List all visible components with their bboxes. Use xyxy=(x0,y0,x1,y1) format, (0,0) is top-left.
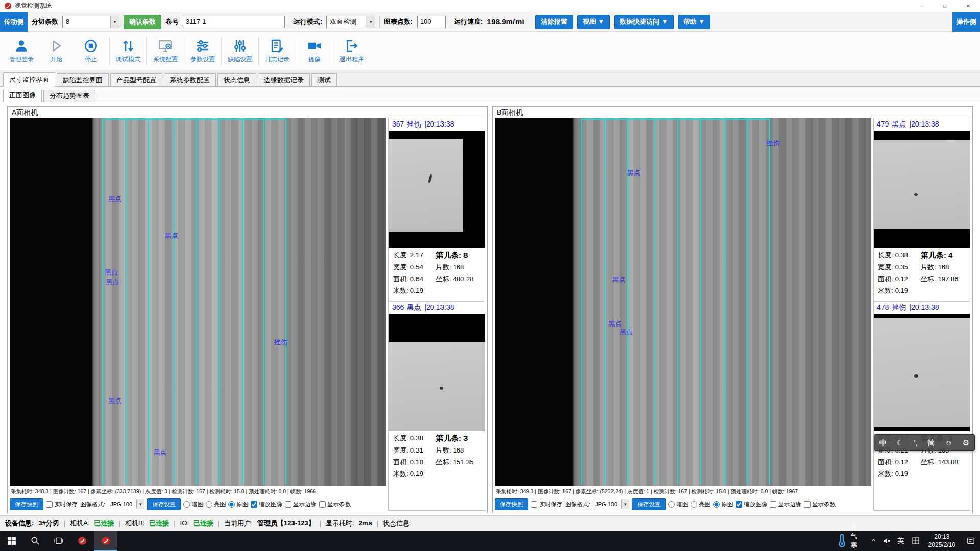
stop-button[interactable]: 停止 xyxy=(74,34,108,68)
realtime-save-checkbox-input[interactable] xyxy=(46,501,53,508)
dark-image-radio-input[interactable] xyxy=(183,501,190,508)
bright-image-radio-input[interactable] xyxy=(691,501,697,508)
defect-thumbnail[interactable] xyxy=(874,314,970,431)
zoom-image-checkbox-input[interactable] xyxy=(736,501,742,508)
task-view-button[interactable] xyxy=(47,531,70,551)
save-snapshot-button[interactable]: 保存快照 xyxy=(10,498,43,510)
realtime-save-checkbox[interactable]: 实时保存 xyxy=(46,500,78,508)
taskbar-active-app-icon[interactable] xyxy=(94,531,117,551)
roll-number-input[interactable] xyxy=(183,16,285,28)
taskbar-weather[interactable]: 天气寒冷 xyxy=(829,531,869,551)
show-count-checkbox-input[interactable] xyxy=(319,501,326,508)
defect-mark xyxy=(428,174,432,184)
clear-alarm-button[interactable]: 清除报警 xyxy=(535,15,573,29)
tab-size-monitor[interactable]: 尺寸监控界面 xyxy=(3,72,55,87)
tray-chevron-up[interactable]: ^ xyxy=(869,531,879,551)
action-center-button[interactable] xyxy=(961,531,980,551)
tab-distribution-trend-chart[interactable]: 分布趋势图表 xyxy=(43,90,95,102)
save-snapshot-button[interactable]: 保存快照 xyxy=(495,498,528,510)
notification-icon xyxy=(966,536,975,545)
show-edge-checkbox-input[interactable] xyxy=(285,501,291,508)
drive-side-button[interactable]: 传动侧 xyxy=(0,12,28,32)
defect-card-header[interactable]: 478 挫伤 |20:13:38 xyxy=(874,302,970,314)
taskbar-app-icon[interactable] xyxy=(70,531,94,551)
log-record-button[interactable]: 日志记录 xyxy=(260,34,295,68)
bright-image-radio-input[interactable] xyxy=(206,501,212,508)
zoom-image-checkbox[interactable]: 缩放图像 xyxy=(736,500,767,508)
confirm-count-button[interactable]: 确认条数 xyxy=(124,15,161,29)
system-config-button[interactable]: 系统配置 xyxy=(148,34,183,68)
save-settings-button[interactable]: 保存设置 xyxy=(147,498,181,510)
data-quick-access-menu-button[interactable]: 数据快捷访问 ▼ xyxy=(614,15,673,29)
close-button[interactable]: ✕ xyxy=(957,0,980,12)
parameter-settings-button[interactable]: 参数设置 xyxy=(185,34,220,68)
defect-card-header[interactable]: 367 挫伤 |20:13:38 xyxy=(389,118,485,131)
dark-image-radio[interactable]: 暗图 xyxy=(183,500,203,508)
defect-settings-button[interactable]: 缺陷设置 xyxy=(223,34,257,68)
realtime-save-checkbox-input[interactable] xyxy=(531,501,537,508)
taskbar-clock[interactable]: 20:13 2025/2/10 xyxy=(923,533,961,549)
minimize-button[interactable]: ─ xyxy=(910,0,933,12)
realtime-save-checkbox[interactable]: 实时保存 xyxy=(531,500,562,508)
slit-count-select[interactable]: 8 ▾ xyxy=(62,16,119,28)
ime-fullwidth-moon-button[interactable]: ☾ xyxy=(897,439,903,446)
show-edge-checkbox-input[interactable] xyxy=(770,501,776,508)
camera-b-image[interactable]: 挫伤 黑点 黑点 黑点 黑点 xyxy=(495,118,871,486)
ime-simplified-button[interactable]: 简 xyxy=(927,439,935,446)
dark-image-radio-input[interactable] xyxy=(668,501,675,508)
show-edge-checkbox[interactable]: 显示边缘 xyxy=(285,500,316,508)
dark-image-radio[interactable]: 暗图 xyxy=(668,500,688,508)
original-image-radio-input[interactable] xyxy=(228,501,235,508)
tab-test[interactable]: 测试 xyxy=(311,73,337,86)
exit-program-button[interactable]: 退出程序 xyxy=(334,34,369,68)
show-edge-checkbox[interactable]: 显示边缘 xyxy=(770,500,801,508)
strip-line xyxy=(769,119,770,485)
defect-thumbnail[interactable] xyxy=(389,131,485,248)
tab-front-image[interactable]: 正面图像 xyxy=(3,89,42,102)
tab-system-param-config[interactable]: 系统参数配置 xyxy=(164,73,216,86)
strip-line xyxy=(242,119,243,485)
operator-side-button[interactable]: 操作侧 xyxy=(952,12,980,32)
image-format-select[interactable]: JPG 100▾ xyxy=(108,499,144,509)
show-count-checkbox[interactable]: 显示条数 xyxy=(319,500,351,508)
help-menu-button[interactable]: 帮助 ▼ xyxy=(678,15,710,29)
admin-login-button[interactable]: 管理登录 xyxy=(4,34,39,68)
bright-image-radio[interactable]: 亮图 xyxy=(206,500,226,508)
taskbar-search-button[interactable] xyxy=(23,531,47,551)
defect-card-header[interactable]: 366 黑点 |20:13:38 xyxy=(389,302,485,314)
save-settings-button[interactable]: 保存设置 xyxy=(632,498,666,510)
original-image-radio[interactable]: 原图 xyxy=(713,500,733,508)
ime-settings-gear-icon[interactable]: ⚙ xyxy=(963,439,969,446)
ime-mode-button[interactable] xyxy=(908,531,923,551)
debug-mode-button[interactable]: 调试模式 xyxy=(111,34,145,68)
input-language-indicator[interactable]: 英 xyxy=(894,531,908,551)
maximize-button[interactable]: □ xyxy=(933,0,957,12)
tab-product-model-config[interactable]: 产品型号配置 xyxy=(110,73,162,86)
view-menu-button[interactable]: 视图 ▼ xyxy=(577,15,610,29)
capture-image-button[interactable]: 提像 xyxy=(297,34,332,68)
defect-card-header[interactable]: 479 黑点 |20:13:38 xyxy=(874,118,970,131)
tab-status-info[interactable]: 状态信息 xyxy=(217,73,256,86)
chart-points-input[interactable] xyxy=(417,16,446,28)
original-image-radio[interactable]: 原图 xyxy=(228,500,248,508)
camera-a-image[interactable]: 黑点 黑点 黑点 黑点 挫伤 黑点 黑点 xyxy=(10,118,386,486)
tab-defect-monitor[interactable]: 缺陷监控界面 xyxy=(57,73,109,86)
defect-thumbnail[interactable] xyxy=(874,131,970,248)
start-button[interactable]: 开始 xyxy=(39,34,74,68)
ime-emoji-button[interactable]: ☺ xyxy=(945,439,952,446)
tab-edge-data-record[interactable]: 边缘数据记录 xyxy=(258,73,310,86)
original-image-radio-input[interactable] xyxy=(713,501,720,508)
image-format-select[interactable]: JPG 100▾ xyxy=(593,499,629,509)
show-count-checkbox[interactable]: 显示条数 xyxy=(804,500,836,508)
show-count-checkbox-input[interactable] xyxy=(804,501,811,508)
ime-punctuation-button[interactable]: ’, xyxy=(914,439,918,446)
zoom-image-checkbox[interactable]: 缩放图像 xyxy=(251,500,282,508)
strip-line xyxy=(196,119,197,485)
run-mode-select[interactable]: 双面检测 ▾ xyxy=(326,16,375,28)
ime-chinese-mode-button[interactable]: 中 xyxy=(879,439,887,446)
volume-muted-button[interactable] xyxy=(879,531,894,551)
start-menu-button[interactable] xyxy=(0,531,23,551)
defect-thumbnail[interactable] xyxy=(389,314,485,431)
bright-image-radio[interactable]: 亮图 xyxy=(691,500,710,508)
zoom-image-checkbox-input[interactable] xyxy=(251,501,257,508)
